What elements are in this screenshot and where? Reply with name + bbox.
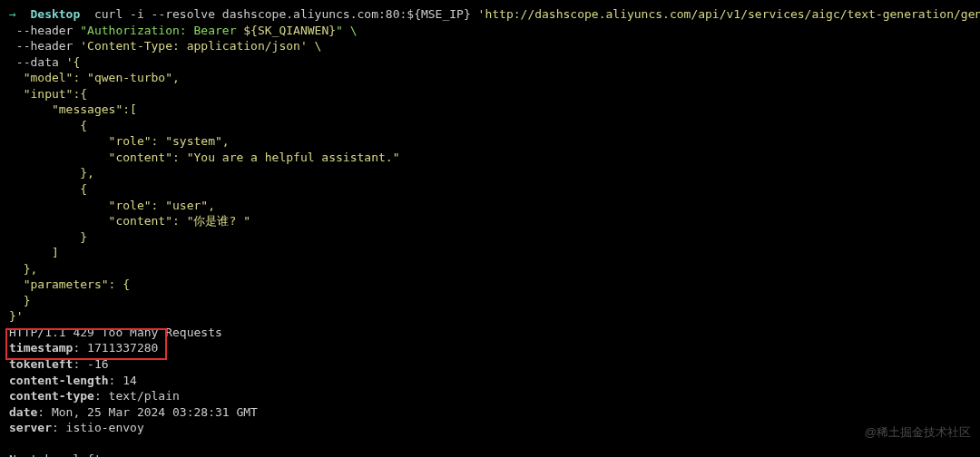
payload-line: { <box>9 181 971 198</box>
resp-contentlength: content-length: 14 <box>9 373 971 389</box>
payload-line: { <box>9 118 971 134</box>
contentlength-key: content-length <box>9 374 109 387</box>
tokenleft-val: : -16 <box>73 357 108 371</box>
server-key: server <box>9 421 52 434</box>
payload-line: "messages":[ <box>9 102 971 118</box>
prompt-label: Desktop <box>30 7 80 21</box>
payload-line: "model": "qwen-turbo", <box>9 70 971 86</box>
data-open: '{ <box>66 55 81 69</box>
payload-line: }, <box>9 165 971 181</box>
tokenleft-key: tokenleft <box>9 357 73 371</box>
blank-line <box>9 436 971 452</box>
payload-line: }, <box>9 261 971 277</box>
header-flag-2: --header <box>16 39 74 53</box>
curl-url: 'http://dashscope.aliyuncs.com/api/v1/se… <box>478 7 980 21</box>
watermark: @稀土掘金技术社区 <box>865 424 971 441</box>
date-key: date <box>9 405 37 419</box>
resp-server: server: istio-envoy <box>9 420 971 436</box>
curl-cmd: curl -i --resolve dashscope.aliyuncs.com… <box>94 7 471 21</box>
contenttype-key: content-type <box>9 389 94 403</box>
server-val: : istio-envoy <box>52 421 144 434</box>
resp-tokenleft: tokenleft: -16 <box>9 356 971 373</box>
payload-line: }' <box>9 308 971 325</box>
data-flag: --data <box>16 55 59 69</box>
command-line-3: --header 'Content-Type: application/json… <box>9 38 971 54</box>
sk-variable: ${SK_QIANWEN} <box>243 24 336 37</box>
payload-line: "role": "system", <box>9 133 971 150</box>
payload-line: } <box>9 293 971 309</box>
payload-line: "content": "You are a helpful assistant.… <box>9 150 971 166</box>
resp-contenttype: content-type: text/plain <box>9 388 971 404</box>
header-auth-close: " \ <box>336 24 357 37</box>
timestamp-val: : 1711337280 <box>73 341 158 355</box>
date-val: : Mon, 25 Mar 2024 03:28:31 GMT <box>37 405 258 419</box>
contenttype-val: : text/plain <box>94 389 180 403</box>
header-auth-open: "Authorization: Bearer <box>80 24 243 37</box>
header-contenttype: 'Content-Type: application/json' \ <box>80 39 321 53</box>
command-line-2: --header "Authorization: Bearer ${SK_QIA… <box>9 23 971 39</box>
command-line-1: → Desktop curl -i --resolve dashscope.al… <box>9 6 971 23</box>
prompt-arrow: → <box>9 7 16 21</box>
payload-line: } <box>9 229 971 246</box>
http-status: HTTP/1.1 429 Too Many Requests <box>9 325 971 341</box>
payload-line: ] <box>9 245 971 261</box>
payload-line: "role": "user", <box>9 198 971 214</box>
payload-line: "input":{ <box>9 86 971 102</box>
timestamp-key: timestamp <box>9 341 73 355</box>
payload-line: "parameters": { <box>9 277 971 293</box>
resp-body: No token left <box>9 452 971 457</box>
resp-timestamp: timestamp: 1711337280 <box>9 340 971 356</box>
command-line-4: --data '{ <box>9 54 971 71</box>
resp-date: date: Mon, 25 Mar 2024 03:28:31 GMT <box>9 404 971 421</box>
contentlength-val: : 14 <box>109 374 137 387</box>
header-flag-1: --header <box>16 24 74 37</box>
payload-line: "content": "你是谁? " <box>9 213 971 229</box>
